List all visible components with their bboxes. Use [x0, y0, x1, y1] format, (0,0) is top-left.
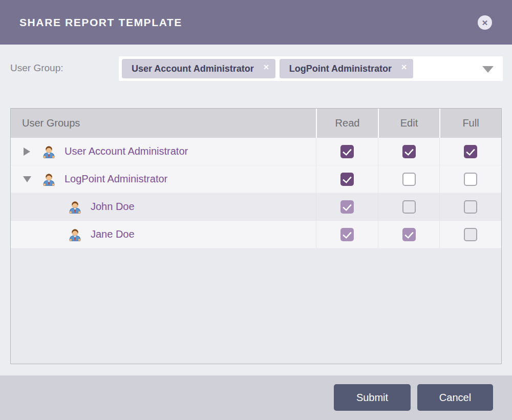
close-icon: ✕ [482, 19, 488, 27]
cancel-button[interactable]: Cancel [417, 384, 493, 411]
full-checkbox [464, 200, 477, 214]
full-checkbox [464, 228, 477, 241]
collapse-arrow-icon[interactable] [24, 175, 31, 183]
user-name: Jane Doe [91, 228, 135, 240]
column-header-read: Read [316, 109, 378, 138]
user-icon [68, 227, 82, 242]
dropdown-caret-icon[interactable] [482, 66, 494, 73]
submit-button[interactable]: Submit [334, 384, 411, 411]
user-group-icon [42, 172, 56, 186]
group-name: LogPoint Administrator [65, 173, 167, 185]
edit-checkbox[interactable] [402, 173, 416, 186]
read-checkbox[interactable] [340, 173, 354, 186]
selected-group-tag: User Account Administrator ✕ [122, 59, 275, 78]
remove-tag-icon[interactable]: ✕ [401, 63, 407, 71]
edit-checkbox [402, 200, 416, 214]
column-header-full: Full [439, 109, 501, 138]
expand-arrow-icon[interactable] [24, 148, 31, 156]
group-name: User Account Administrator [65, 145, 188, 157]
user-group-icon [42, 144, 56, 159]
user-group-label: User Group: [10, 62, 63, 74]
column-header-user-groups: User Groups [11, 109, 316, 138]
read-checkbox [340, 200, 354, 214]
full-checkbox[interactable] [464, 145, 477, 158]
tag-label: LogPoint Administrator [289, 64, 392, 74]
table-row: Jane Doe [11, 221, 501, 248]
user-name: John Doe [91, 201, 135, 213]
dialog-footer: Submit Cancel [0, 375, 512, 420]
user-group-multiselect[interactable]: User Account Administrator ✕ LogPoint Ad… [119, 56, 503, 81]
selected-group-tag: LogPoint Administrator ✕ [280, 59, 413, 78]
user-icon [68, 199, 82, 214]
tag-label: User Account Administrator [132, 64, 254, 74]
close-button[interactable]: ✕ [478, 15, 492, 30]
read-checkbox[interactable] [340, 145, 354, 158]
edit-checkbox [402, 228, 416, 241]
table-header-row: User Groups Read Edit Full [11, 109, 501, 138]
table-empty-area [11, 248, 501, 364]
edit-checkbox[interactable] [402, 145, 416, 158]
permissions-table: User Groups Read Edit Full User Account … [10, 108, 502, 364]
read-checkbox [340, 228, 354, 241]
table-row: LogPoint Administrator [11, 165, 501, 193]
table-row: John Doe [11, 193, 501, 221]
table-row: User Account Administrator [11, 138, 501, 165]
dialog-header: SHARE REPORT TEMPLATE ✕ [0, 0, 512, 45]
full-checkbox[interactable] [464, 173, 477, 186]
remove-tag-icon[interactable]: ✕ [263, 63, 269, 71]
column-header-edit: Edit [378, 109, 439, 138]
dialog-title: SHARE REPORT TEMPLATE [19, 16, 182, 29]
